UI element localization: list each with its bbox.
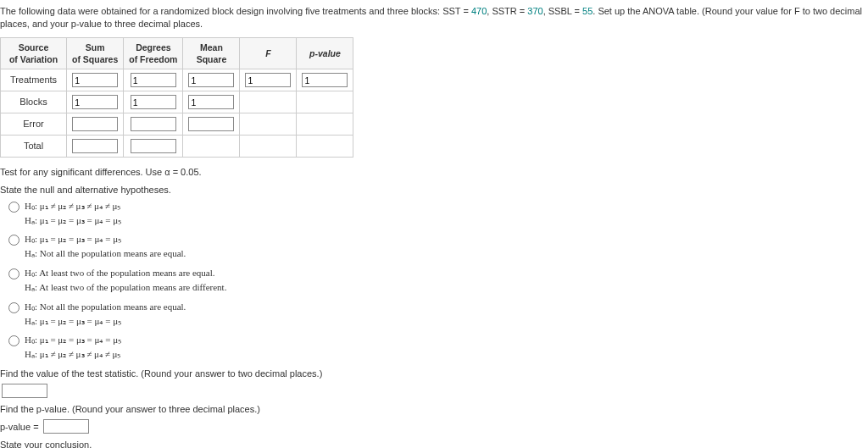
test-instruction: Test for any significant differences. Us… bbox=[0, 166, 868, 179]
hyp-4-h0: H₀: Not all the population means are equ… bbox=[25, 301, 186, 313]
hypotheses-group: H₀: μ₁ ≠ μ₂ ≠ μ₃ ≠ μ₄ ≠ μ₅ Hₐ: μ₁ = μ₂ =… bbox=[8, 200, 868, 361]
treatments-df-input[interactable] bbox=[131, 73, 176, 87]
hyp-4-ha: Hₐ: μ₁ = μ₂ = μ₃ = μ₄ = μ₅ bbox=[25, 315, 186, 328]
treatments-p-input[interactable] bbox=[302, 73, 348, 87]
sst-value: 470 bbox=[471, 6, 487, 16]
prompt-mid2: , SSBL = bbox=[543, 6, 582, 16]
find-test-stat-label: Find the value of the test statistic. (R… bbox=[0, 368, 868, 380]
col-p: p-value bbox=[297, 37, 353, 69]
col-f: F bbox=[240, 37, 297, 69]
hyp-2-radio[interactable] bbox=[8, 235, 19, 246]
prompt-pre: The following data were obtained for a r… bbox=[0, 6, 471, 16]
treatments-ss-input[interactable] bbox=[72, 73, 118, 87]
hyp-1-radio[interactable] bbox=[8, 202, 19, 213]
error-df-input[interactable] bbox=[131, 117, 176, 131]
col-df: Degrees of Freedom bbox=[124, 37, 183, 69]
state-conclusion-label: State your conclusion. bbox=[0, 439, 868, 448]
hyp-1-h0: H₀: μ₁ ≠ μ₂ ≠ μ₃ ≠ μ₄ ≠ μ₅ bbox=[25, 200, 121, 213]
hyp-1-ha: Hₐ: μ₁ = μ₂ = μ₃ = μ₄ = μ₅ bbox=[25, 214, 121, 227]
row-total: Total bbox=[1, 136, 353, 158]
state-hypotheses-label: State the null and alternative hypothese… bbox=[0, 184, 868, 196]
label-treatments: Treatments bbox=[1, 69, 67, 91]
blocks-ms-input[interactable] bbox=[188, 95, 234, 109]
hyp-2-h0: H₀: μ₁ = μ₂ = μ₃ = μ₄ = μ₅ bbox=[25, 233, 186, 246]
treatments-f-input[interactable] bbox=[245, 73, 291, 87]
col-source: Source of Variation bbox=[1, 37, 67, 69]
row-error: Error bbox=[1, 113, 353, 136]
hyp-5-radio[interactable] bbox=[8, 335, 19, 346]
label-total: Total bbox=[1, 136, 67, 158]
hyp-3-ha: Hₐ: At least two of the population means… bbox=[25, 281, 226, 294]
sstr-value: 370 bbox=[527, 6, 542, 16]
hyp-3-radio[interactable] bbox=[8, 268, 19, 279]
hyp-4-radio[interactable] bbox=[8, 302, 19, 313]
ssbl-value: 55 bbox=[582, 6, 593, 16]
error-ss-input[interactable] bbox=[72, 117, 118, 131]
col-ms: Mean Square bbox=[183, 37, 240, 69]
row-treatments: Treatments bbox=[1, 69, 353, 91]
col-ss: Sum of Squares bbox=[67, 37, 124, 69]
test-stat-input[interactable] bbox=[2, 384, 47, 398]
total-ss-input[interactable] bbox=[72, 139, 118, 153]
find-pvalue-label: Find the p-value. (Round your answer to … bbox=[0, 403, 868, 416]
hyp-3-h0: H₀: At least two of the population means… bbox=[25, 267, 226, 279]
hyp-5-ha: Hₐ: μ₁ ≠ μ₂ ≠ μ₃ ≠ μ₄ ≠ μ₅ bbox=[25, 348, 121, 361]
hyp-5-h0: H₀: μ₁ = μ₂ = μ₃ = μ₄ = μ₅ bbox=[25, 334, 121, 346]
error-ms-input[interactable] bbox=[188, 117, 234, 131]
blocks-df-input[interactable] bbox=[131, 95, 176, 109]
treatments-ms-input[interactable] bbox=[188, 73, 234, 87]
problem-statement: The following data were obtained for a r… bbox=[0, 5, 868, 30]
anova-table: Source of Variation Sum of Squares Degre… bbox=[0, 37, 353, 158]
label-error: Error bbox=[1, 113, 67, 136]
row-blocks: Blocks bbox=[1, 91, 353, 113]
blocks-ss-input[interactable] bbox=[72, 95, 118, 109]
total-df-input[interactable] bbox=[131, 139, 176, 153]
label-blocks: Blocks bbox=[1, 91, 67, 113]
prompt-mid1: , SSTR = bbox=[487, 6, 527, 16]
hyp-2-ha: Hₐ: Not all the population means are equ… bbox=[25, 247, 186, 260]
pvalue-prefix: p-value = bbox=[0, 421, 39, 431]
pvalue-input[interactable] bbox=[43, 419, 89, 434]
